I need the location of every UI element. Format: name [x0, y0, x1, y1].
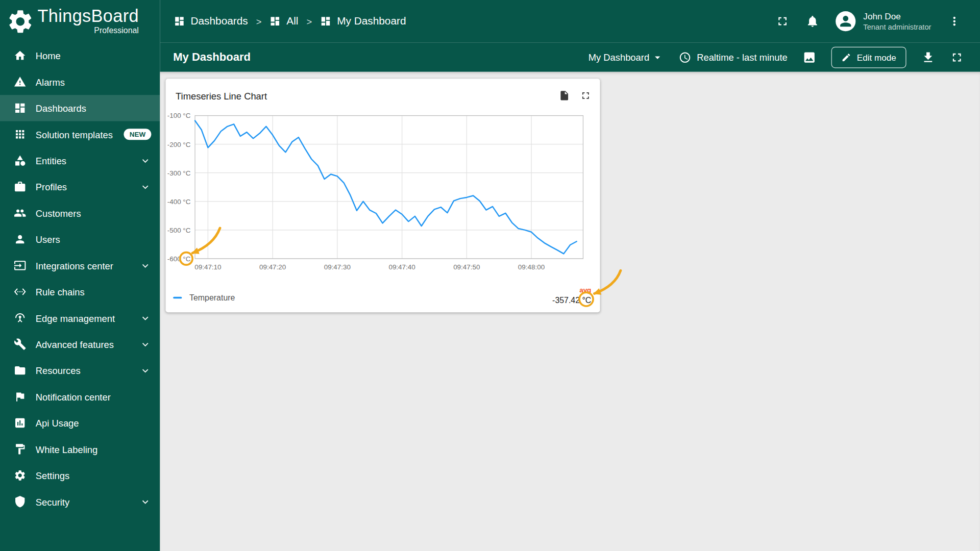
alarms-icon — [14, 76, 26, 88]
export-widget-button[interactable] — [559, 90, 570, 101]
svg-text:-400 °C: -400 °C — [167, 198, 191, 206]
sidebar-item-profiles[interactable]: Profiles — [0, 173, 160, 199]
edit-icon — [841, 52, 851, 62]
dashboard-icon — [270, 16, 281, 27]
sidebar-item-alarms[interactable]: Alarms — [0, 69, 160, 95]
dashboard-icon — [320, 16, 331, 27]
notification-center-icon — [14, 390, 26, 403]
sidebar-item-notification-center[interactable]: Notification center — [0, 384, 160, 410]
timewindow-button[interactable]: Realtime - last minute — [679, 51, 788, 63]
breadcrumb: Dashboards>All>My Dashboard — [174, 15, 406, 27]
header: Dashboards>All>My Dashboard John Doe Ten… — [160, 0, 980, 42]
legend-series-name: Temperature — [189, 293, 235, 302]
dashboard-canvas: Timeseries Line Chart -100 °C-200 °C-300… — [160, 72, 980, 551]
svg-text:-200 °C: -200 °C — [167, 141, 191, 148]
legend-aggregation: avg -357.42 °C — [552, 286, 591, 305]
home-icon — [14, 49, 26, 62]
sidebar-item-label: Profiles — [36, 182, 130, 192]
fullscreen-icon — [580, 90, 591, 101]
sidebar-item-rule-chains[interactable]: Rule chains — [0, 279, 160, 305]
dashboards-icon — [14, 102, 26, 114]
breadcrumb-item-all[interactable]: All — [270, 15, 298, 27]
breadcrumb-separator: > — [306, 16, 312, 27]
caret-down-icon — [651, 51, 664, 63]
rule-chains-icon — [14, 286, 26, 298]
widget-header: Timeseries Line Chart — [165, 79, 600, 101]
chevron-down-icon — [139, 181, 151, 192]
edit-mode-button[interactable]: Edit mode — [831, 46, 906, 68]
sidebar-item-integrations-center[interactable]: Integrations center — [0, 253, 160, 279]
thingsboard-logo-icon — [6, 7, 34, 35]
brand-edition: Professional — [94, 26, 139, 35]
sidebar-item-label: Security — [36, 496, 130, 507]
dashboard-select-label: My Dashboard — [589, 52, 649, 63]
sidebar-item-settings[interactable]: Settings — [0, 462, 160, 488]
sidebar-item-label: Entities — [36, 155, 130, 166]
svg-text:-100 °C: -100 °C — [167, 112, 191, 119]
white-labeling-icon — [14, 443, 26, 455]
widget-actions — [559, 90, 592, 101]
profiles-icon — [14, 181, 26, 193]
sidebar-item-solution-templates[interactable]: Solution templatesNEW — [0, 121, 160, 147]
sidebar-item-edge-management[interactable]: Edge management — [0, 305, 160, 331]
fullscreen-button[interactable] — [776, 14, 790, 28]
header-actions: John Doe Tenant administrator — [776, 11, 961, 31]
notifications-button[interactable] — [806, 14, 820, 28]
sidebar-item-label: Customers — [36, 208, 152, 218]
sidebar-item-label: White Labeling — [36, 444, 152, 455]
image-icon — [802, 51, 816, 64]
sidebar-item-security[interactable]: Security — [0, 489, 160, 515]
sidebar-item-advanced-features[interactable]: Advanced features — [0, 331, 160, 357]
thingsboard-logo[interactable]: ThingsBoard Professional — [0, 0, 160, 42]
sidebar-item-label: Settings — [36, 470, 152, 481]
sidebar-item-users[interactable]: Users — [0, 226, 160, 252]
dashboard-icon — [174, 16, 185, 27]
svg-text:09:47:50: 09:47:50 — [453, 263, 480, 271]
sidebar-item-entities[interactable]: Entities — [0, 147, 160, 173]
entities-icon — [14, 154, 26, 166]
legend-item-temperature[interactable]: Temperature — [173, 293, 235, 302]
new-badge: NEW — [124, 129, 151, 140]
widget-fullscreen-button[interactable] — [580, 90, 591, 101]
fullscreen-icon — [776, 14, 790, 28]
settings-icon — [14, 469, 26, 482]
legend-key-line — [173, 297, 182, 299]
sidebar-item-label: Resources — [36, 365, 130, 376]
background-image-button[interactable] — [802, 51, 816, 64]
chevron-down-icon — [139, 260, 151, 271]
app-root: ThingsBoard Professional HomeAlarmsDashb… — [0, 0, 980, 551]
more-menu-button[interactable] — [947, 14, 961, 28]
download-icon — [921, 51, 935, 64]
user-menu[interactable]: John Doe Tenant administrator — [836, 11, 931, 31]
sidebar-item-label: Integrations center — [36, 260, 130, 271]
chevron-down-icon — [139, 364, 151, 376]
sidebar-item-api-usage[interactable]: Api Usage — [0, 410, 160, 436]
sidebar-item-customers[interactable]: Customers — [0, 200, 160, 226]
sidebar-item-resources[interactable]: Resources — [0, 357, 160, 383]
svg-text:09:48:00: 09:48:00 — [518, 263, 545, 271]
sidebar-item-dashboards[interactable]: Dashboards — [0, 95, 160, 121]
chevron-down-icon — [139, 338, 151, 350]
sidebar-item-label: Edge management — [36, 313, 130, 323]
sidebar: ThingsBoard Professional HomeAlarmsDashb… — [0, 0, 160, 551]
security-icon — [14, 495, 26, 508]
breadcrumb-item-my-dashboard[interactable]: My Dashboard — [320, 15, 406, 27]
sidebar-item-label: Solution templates — [36, 129, 115, 140]
edit-mode-label: Edit mode — [857, 52, 896, 62]
sidebar-item-home[interactable]: Home — [0, 42, 160, 68]
dashboard-select[interactable]: My Dashboard — [589, 51, 664, 63]
user-role: Tenant administrator — [863, 22, 931, 31]
sidebar-item-label: Advanced features — [36, 339, 130, 349]
download-button[interactable] — [921, 51, 935, 64]
svg-text:-500 °C: -500 °C — [167, 227, 191, 234]
widget-timeseries-line-chart[interactable]: Timeseries Line Chart -100 °C-200 °C-300… — [165, 79, 600, 312]
kebab-menu-icon — [947, 14, 961, 28]
breadcrumb-item-dashboards[interactable]: Dashboards — [174, 15, 248, 27]
toolbar-fullscreen-button[interactable] — [950, 51, 964, 64]
customers-icon — [14, 207, 26, 219]
sidebar-item-white-labeling[interactable]: White Labeling — [0, 436, 160, 462]
advanced-features-icon — [14, 338, 26, 350]
sidebar-item-label: Alarms — [36, 77, 152, 87]
svg-text:09:47:30: 09:47:30 — [324, 263, 351, 271]
user-name: John Doe — [863, 11, 931, 21]
